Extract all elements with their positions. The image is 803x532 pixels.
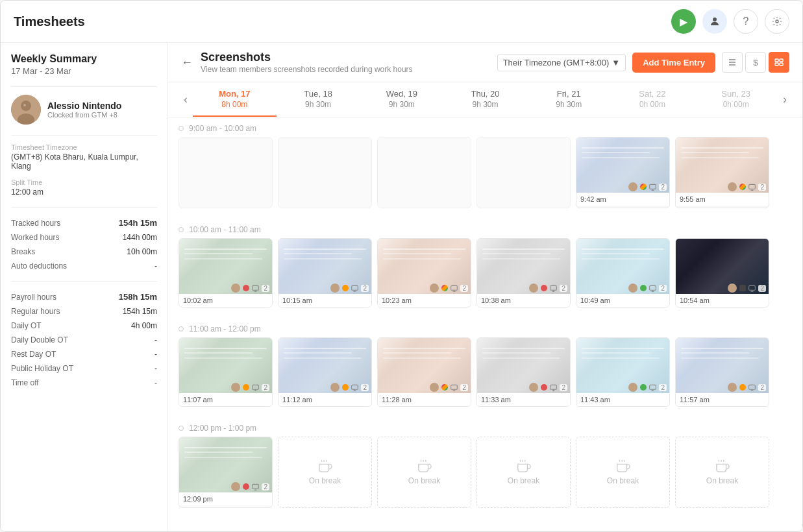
- back-button[interactable]: ←: [181, 56, 193, 69]
- screenshot-card[interactable]: 2 10:49 am: [576, 238, 670, 308]
- svg-rect-19: [253, 285, 259, 290]
- screenshot-image: 2: [676, 338, 769, 393]
- daily-double-ot-row: Daily Double OT -: [11, 333, 157, 347]
- screenshot-card[interactable]: 2 11:12 am: [278, 337, 372, 407]
- screenshot-time: 9:42 am: [580, 195, 606, 203]
- ss-color-indicator: [441, 384, 448, 391]
- day-col-1[interactable]: Tue, 18 9h 30m: [277, 82, 360, 117]
- monitor-icon: [351, 285, 358, 292]
- day-col-0[interactable]: Mon, 17 8h 00m: [193, 82, 277, 117]
- screenshot-card[interactable]: 2 11:07 am: [179, 337, 273, 407]
- svg-rect-31: [650, 285, 656, 290]
- screenshot-card[interactable]: 2 10:38 am: [476, 238, 571, 308]
- monitor-icon: [748, 285, 756, 292]
- on-break-label: On break: [309, 476, 341, 485]
- user-info: Alessio Nintendo Clocked from GTM +8: [47, 101, 121, 119]
- monitor-icon: [351, 384, 358, 391]
- coffee-icon: [616, 459, 630, 474]
- time-dot: [179, 126, 184, 131]
- screenshot-image: 2: [477, 239, 570, 294]
- ss-color-indicator: [342, 384, 349, 391]
- breaks-value: 10h 00m: [127, 247, 157, 256]
- day-col-4[interactable]: Fri, 21 9h 30m: [527, 82, 611, 117]
- time-dot: [179, 227, 184, 232]
- on-break-card: On break: [377, 437, 471, 508]
- timezone-selector-label: Their Timezone (GMT+8:00): [503, 58, 610, 67]
- day-col-3[interactable]: Thu, 20 9h 30m: [443, 82, 527, 117]
- monitor-icon: [451, 384, 458, 391]
- help-button[interactable]: ?: [734, 9, 758, 34]
- screenshot-card[interactable]: 2 11:28 am: [377, 337, 471, 407]
- auto-deductions-value: -: [154, 261, 157, 271]
- screenshot-card[interactable]: 2 11:33 am: [476, 337, 571, 407]
- ss-color-indicator: [243, 483, 249, 490]
- screenshot-card[interactable]: 2 10:15 am: [278, 238, 372, 308]
- day-columns: Mon, 17 8h 00m Tue, 18 9h 30m Wed, 19 9h…: [193, 82, 778, 117]
- day-hours-0: 8h 00m: [193, 100, 277, 109]
- section-title: Screenshots: [201, 51, 413, 64]
- monitor-icon: [451, 285, 458, 292]
- dollar-view-button[interactable]: $: [745, 52, 766, 73]
- list-view-button[interactable]: [722, 52, 743, 73]
- screenshot-card[interactable]: 2 10:23 am: [377, 238, 471, 308]
- day-hours-4: 9h 30m: [527, 100, 611, 109]
- screenshot-card[interactable]: 2 11:43 am: [576, 337, 670, 407]
- monitor-icon: [252, 285, 259, 292]
- day-col-2[interactable]: Wed, 19 9h 30m: [360, 82, 443, 117]
- screenshot-image: 2: [179, 239, 272, 294]
- prev-week-button[interactable]: ‹: [179, 88, 193, 112]
- day-col-6[interactable]: Sun, 23 0h 00m: [694, 82, 778, 117]
- empty-slot: [179, 137, 273, 208]
- day-hours-6: 0h 00m: [694, 100, 778, 109]
- screenshot-footer: 10:54 am: [676, 294, 769, 307]
- rest-day-ot-row: Rest Day OT -: [11, 347, 157, 361]
- add-time-entry-button[interactable]: Add Time Entry: [632, 53, 715, 73]
- screenshot-time: 11:28 am: [382, 396, 412, 404]
- screenshot-time: 10:23 am: [382, 296, 412, 304]
- screenshot-image: 2: [477, 338, 570, 393]
- ss-count: 2: [460, 285, 468, 292]
- day-hours-5: 0h 00m: [611, 100, 695, 109]
- screenshot-view-button[interactable]: [769, 52, 789, 73]
- screenshot-card[interactable]: 2 10:02 am: [179, 238, 273, 308]
- day-col-5[interactable]: Sat, 22 0h 00m: [611, 82, 695, 117]
- user-menu-button[interactable]: [702, 9, 727, 34]
- daily-double-ot-value: -: [154, 335, 157, 345]
- screenshot-time: 11:07 am: [183, 396, 213, 404]
- svg-rect-43: [451, 385, 458, 389]
- on-break-label: On break: [607, 476, 639, 485]
- time-block-header-10am: 10:00 am - 11:00 am: [179, 219, 792, 238]
- tracked-label: Tracked hours: [11, 219, 60, 228]
- next-week-button[interactable]: ›: [778, 88, 792, 112]
- time-dot: [179, 326, 184, 332]
- screenshot-card[interactable]: 2 9:42 am: [576, 137, 670, 208]
- sidebar-divider-4: [11, 281, 157, 282]
- ss-count: 2: [758, 184, 766, 191]
- weekly-summary-title: Weekly Summary: [11, 53, 157, 65]
- screenshot-card[interactable]: 2 10:54 am: [675, 238, 769, 308]
- screenshot-time: 11:33 am: [481, 396, 511, 404]
- ss-count: 2: [262, 384, 269, 391]
- day-name-6: Sun, 23: [694, 89, 778, 99]
- screenshot-image: 2: [576, 138, 669, 193]
- svg-rect-49: [650, 385, 656, 389]
- settings-button[interactable]: [765, 9, 789, 34]
- tracked-section: Tracked hours 154h 15m Worked hours 144h…: [11, 215, 157, 273]
- screenshot-footer: 11:12 am: [278, 393, 371, 406]
- user-block: Alessio Nintendo Clocked from GTM +8: [11, 95, 157, 125]
- timezone-selector[interactable]: Their Timezone (GMT+8:00) ▼: [497, 54, 626, 71]
- svg-rect-40: [352, 385, 358, 389]
- screenshot-card[interactable]: 2 12:09 pm: [179, 437, 273, 508]
- content-header-right: Their Timezone (GMT+8:00) ▼ Add Time Ent…: [497, 52, 789, 73]
- ss-count: 2: [560, 384, 567, 391]
- ss-avatar: [330, 284, 340, 293]
- screenshot-card[interactable]: 2 9:55 am: [675, 137, 769, 208]
- screenshot-card[interactable]: 2 11:57 am: [675, 337, 769, 407]
- svg-rect-46: [550, 385, 557, 389]
- play-button[interactable]: ▶: [671, 9, 696, 34]
- content-area: ← Screenshots View team members screensh…: [168, 43, 802, 531]
- screenshot-time: 10:49 am: [580, 296, 610, 304]
- tracked-value: 154h 15m: [119, 218, 157, 228]
- ss-count: 2: [659, 384, 667, 391]
- payroll-section: Payroll hours 158h 15m Regular hours 154…: [11, 289, 157, 390]
